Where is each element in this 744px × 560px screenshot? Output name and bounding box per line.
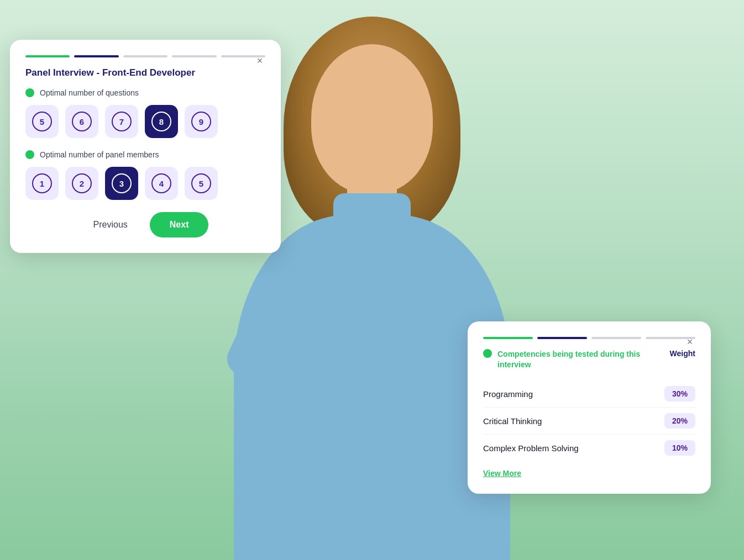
- questions-btn-5[interactable]: 5: [25, 105, 59, 138]
- green-dot-1: [25, 88, 34, 97]
- num-circle-m4: 4: [151, 173, 171, 193]
- questions-btn-7[interactable]: 7: [105, 105, 138, 138]
- progress-step-1: [25, 55, 70, 57]
- num-circle-5: 5: [32, 112, 52, 131]
- members-btn-3[interactable]: 3: [105, 167, 138, 200]
- num-circle-6: 6: [72, 112, 92, 131]
- competencies-card: × Competencies being tested during this …: [468, 321, 711, 494]
- num-circle-7: 7: [112, 112, 132, 131]
- competency-row-complex-problem-solving: Complex Problem Solving 10%: [483, 435, 695, 461]
- section2-label: Optimal number of panel members: [25, 150, 265, 159]
- num-circle-9: 9: [191, 112, 211, 131]
- competency-header-title: Competencies being tested during this in…: [497, 349, 664, 371]
- questions-btn-9[interactable]: 9: [185, 105, 218, 138]
- card-title-left: Panel Interview - Front-End Developer: [25, 67, 265, 78]
- view-more-link[interactable]: View More: [483, 469, 521, 478]
- next-button[interactable]: Next: [150, 212, 209, 237]
- num-circle-8: 8: [151, 112, 171, 131]
- members-btn-5[interactable]: 5: [185, 167, 218, 200]
- questions-grid: 5 6 7 8 9: [25, 105, 265, 138]
- green-dot-competency: [483, 349, 492, 358]
- progress-step-r3: [591, 337, 641, 339]
- progress-step-2: [74, 55, 118, 57]
- members-grid: 1 2 3 4 5: [25, 167, 265, 200]
- members-btn-1[interactable]: 1: [25, 167, 59, 200]
- progress-step-r1: [483, 337, 533, 339]
- weight-badge-programming: 30%: [664, 386, 695, 401]
- close-button-right[interactable]: ×: [682, 335, 698, 350]
- competency-row-critical-thinking: Critical Thinking 20%: [483, 408, 695, 435]
- questions-btn-8[interactable]: 8: [145, 105, 178, 138]
- close-button-left[interactable]: ×: [252, 53, 268, 68]
- navigation-row: Previous Next: [25, 212, 265, 237]
- members-btn-4[interactable]: 4: [145, 167, 178, 200]
- competency-name-complex-problem: Complex Problem Solving: [483, 443, 579, 453]
- weight-column-header: Weight: [664, 349, 695, 358]
- progress-step-r2: [537, 337, 587, 339]
- num-circle-m5: 5: [191, 173, 211, 193]
- competency-name-programming: Programming: [483, 389, 533, 399]
- previous-button[interactable]: Previous: [82, 213, 139, 236]
- progress-step-3: [123, 55, 167, 57]
- members-btn-2[interactable]: 2: [65, 167, 98, 200]
- arms: [239, 287, 505, 398]
- green-dot-2: [25, 150, 34, 159]
- competency-header: Competencies being tested during this in…: [483, 349, 695, 371]
- num-circle-m3: 3: [112, 173, 132, 193]
- num-circle-m1: 1: [32, 173, 52, 193]
- competency-name-critical-thinking: Critical Thinking: [483, 416, 542, 426]
- section1-label: Optimal number of questions: [25, 88, 265, 97]
- weight-badge-critical-thinking: 20%: [664, 413, 695, 429]
- num-circle-m2: 2: [72, 173, 92, 193]
- progress-bar-left: [25, 55, 265, 57]
- face: [311, 44, 433, 193]
- competency-row-programming: Programming 30%: [483, 381, 695, 408]
- questions-btn-6[interactable]: 6: [65, 105, 98, 138]
- weight-badge-complex-problem: 10%: [664, 440, 695, 456]
- progress-bar-right: [483, 337, 695, 339]
- progress-step-4: [172, 55, 216, 57]
- panel-interview-card: × Panel Interview - Front-End Developer …: [10, 40, 281, 253]
- competency-label-row: Competencies being tested during this in…: [483, 349, 664, 371]
